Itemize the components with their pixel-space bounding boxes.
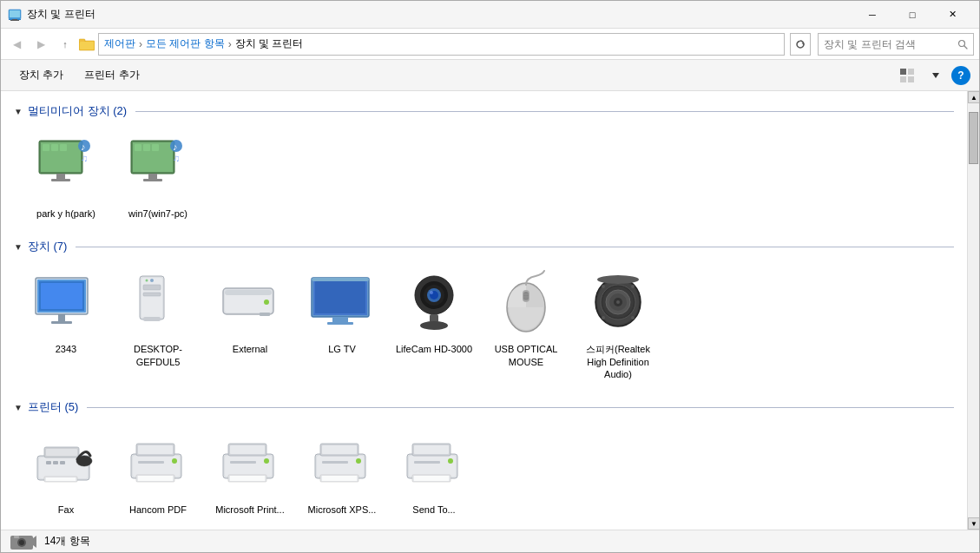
svg-rect-94 (46, 477, 76, 481)
lgtv-icon (308, 269, 376, 337)
device-external[interactable]: External (207, 263, 293, 385)
media-pc-icon-1: ♪ ♫ (32, 134, 100, 201)
back-button[interactable]: ◀ (6, 34, 27, 55)
svg-rect-57 (312, 278, 369, 281)
svg-rect-100 (133, 456, 180, 477)
device-mouse[interactable]: USB OPTICAL MOUSE (483, 263, 569, 385)
device-label-lgtv: LG TV (328, 343, 356, 355)
svg-rect-108 (225, 456, 272, 477)
svg-point-86 (631, 285, 635, 288)
device-label-mouse: USB OPTICAL MOUSE (486, 343, 566, 368)
add-printer-button[interactable]: 프린터 추가 (75, 63, 148, 88)
device-2343[interactable]: 2343 (23, 263, 109, 385)
devices-chevron[interactable]: ▼ (14, 242, 23, 252)
view-options-button[interactable] (896, 63, 920, 88)
svg-marker-15 (932, 73, 939, 78)
device-label-desktop: DESKTOP-GEFDUL5 (118, 343, 198, 368)
svg-point-85 (602, 285, 605, 288)
content-area: ▼ 멀티미디어 장치 (2) (1, 91, 979, 530)
camera-icon (10, 532, 36, 551)
svg-rect-19 (51, 179, 70, 181)
add-device-button[interactable]: 장치 추가 (10, 63, 73, 88)
view-dropdown-button[interactable] (924, 63, 948, 88)
title-bar: 장치 및 프린터 ─ □ ✕ (1, 1, 979, 29)
svg-rect-56 (315, 281, 365, 313)
svg-rect-112 (230, 476, 265, 481)
up-button[interactable]: ↑ (55, 34, 76, 55)
external-drive-icon (216, 269, 284, 337)
svg-rect-23 (51, 144, 58, 151)
svg-rect-102 (138, 445, 173, 454)
svg-rect-14 (908, 76, 914, 82)
svg-text:♫: ♫ (173, 153, 180, 163)
svg-rect-44 (143, 285, 161, 290)
svg-point-88 (631, 316, 635, 319)
printers-chevron[interactable]: ▼ (14, 403, 23, 412)
svg-rect-34 (152, 144, 159, 151)
device-icon-external (215, 268, 285, 338)
device-hancom-pdf[interactable]: Hancom PDF (115, 424, 201, 521)
multimedia-chevron[interactable]: ▼ (14, 107, 23, 116)
scrollbar-down[interactable]: ▼ (968, 517, 979, 530)
help-button[interactable]: ? (951, 66, 970, 85)
svg-point-47 (146, 280, 148, 282)
device-win7[interactable]: ♪ ♫ win7(win7-pc) (115, 128, 201, 225)
device-fax[interactable]: Fax (23, 424, 109, 521)
svg-rect-18 (56, 174, 65, 179)
desktop-icon (124, 269, 192, 337)
device-ms-xps[interactable]: Microsoft XPS... (299, 424, 385, 521)
device-icon-desktop (123, 268, 193, 338)
status-bar: 14개 항목 (1, 530, 979, 552)
folder-icon (79, 37, 95, 51)
device-icon-printer-3 (307, 429, 377, 498)
devices-divider (76, 247, 954, 247)
minimize-button[interactable]: ─ (852, 1, 892, 29)
svg-point-84 (597, 275, 639, 284)
printer-icon-2 (216, 430, 284, 497)
multimedia-grid: ♪ ♫ park y h(park) (14, 128, 954, 225)
svg-rect-126 (414, 445, 449, 454)
svg-rect-118 (322, 445, 357, 454)
forward-button[interactable]: ▶ (30, 34, 51, 55)
device-ms-print[interactable]: Microsoft Print... (207, 424, 293, 521)
device-desktop[interactable]: DESKTOP-GEFDUL5 (115, 263, 201, 385)
multimedia-divider (135, 111, 954, 112)
svg-text:♪: ♪ (173, 142, 178, 152)
svg-point-65 (430, 291, 433, 294)
refresh-button[interactable] (790, 33, 811, 56)
device-icon-mouse (491, 268, 561, 338)
svg-rect-29 (143, 179, 162, 181)
svg-rect-40 (58, 314, 65, 321)
breadcrumb-controlpanel[interactable]: 제어판 (104, 36, 135, 51)
close-button[interactable]: ✕ (932, 1, 972, 29)
device-lgtv[interactable]: LG TV (299, 263, 385, 385)
device-lifecam[interactable]: LifeCam HD-3000 (391, 263, 477, 385)
speaker-icon (584, 269, 652, 337)
toolbar-right: ? (896, 63, 970, 88)
svg-rect-72 (523, 292, 529, 300)
svg-rect-97 (53, 461, 58, 464)
device-icon-lgtv (307, 268, 377, 338)
device-label-send-to: Send To... (412, 504, 455, 516)
svg-marker-132 (33, 536, 36, 548)
svg-rect-39 (41, 283, 82, 309)
svg-rect-51 (225, 290, 272, 295)
scrollbar-thumb[interactable] (969, 112, 978, 164)
svg-point-67 (420, 321, 448, 330)
search-input[interactable] (824, 38, 954, 50)
scrollbar-track[interactable] (968, 103, 979, 517)
svg-rect-122 (322, 461, 348, 464)
svg-rect-58 (332, 317, 348, 322)
media-pc-icon-2: ♪ ♫ (124, 134, 192, 201)
scrollbar-up[interactable]: ▲ (968, 91, 979, 103)
svg-rect-32 (135, 144, 141, 151)
device-speaker[interactable]: 스피커(Realtek High Definition Audio) (575, 263, 661, 385)
svg-rect-33 (143, 144, 150, 151)
device-park-y-h[interactable]: ♪ ♫ park y h(park) (23, 128, 109, 225)
device-label-ms-xps: Microsoft XPS... (308, 504, 377, 516)
device-icon-printer-4 (399, 429, 469, 498)
device-send-to[interactable]: Send To... (391, 424, 477, 521)
breadcrumb-all-items[interactable]: 모든 제어판 항목 (146, 36, 225, 51)
maximize-button[interactable]: □ (892, 1, 932, 29)
address-bar: ◀ ▶ ↑ 제어판 › 모든 제어판 항목 › 장치 및 프린터 (1, 29, 979, 60)
